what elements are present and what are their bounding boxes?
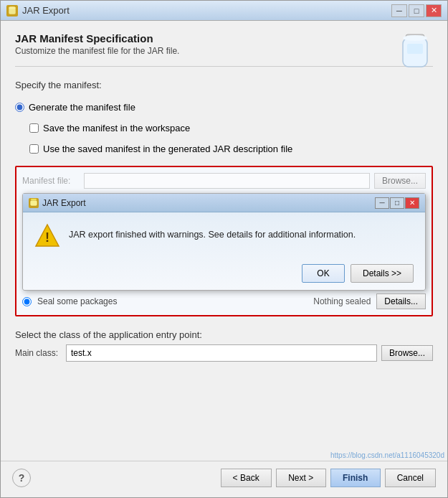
header-section: JAR Manifest Specification Customize the… (15, 32, 433, 56)
manifest-file-row: Manifest file: Browse... (22, 173, 426, 189)
inner-maximize-button[interactable]: □ (390, 197, 404, 209)
use-saved-checkbox[interactable] (29, 144, 39, 154)
main-class-browse-button[interactable]: Browse... (381, 345, 433, 361)
svg-rect-7 (31, 199, 37, 200)
details-button[interactable]: Details >> (351, 264, 414, 283)
manifest-section: Manifest file: Browse... JAR Export (15, 166, 433, 316)
svg-point-5 (403, 35, 427, 41)
inner-dialog-footer: OK Details >> (23, 258, 425, 290)
back-button[interactable]: < Back (221, 469, 272, 487)
main-class-section: Select the class of the application entr… (15, 329, 433, 362)
seal-row: Seal some packages Nothing sealed Detail… (22, 293, 426, 309)
main-class-input[interactable] (66, 344, 377, 362)
inner-dialog-title-left: JAR Export (29, 198, 86, 208)
jar-decoration-icon (397, 32, 433, 72)
close-button[interactable]: ✕ (426, 4, 442, 17)
dialog-message: JAR export finished with warnings. See d… (69, 229, 356, 242)
maximize-button[interactable]: □ (409, 4, 424, 17)
manifest-browse-button[interactable]: Browse... (374, 173, 426, 189)
save-manifest-checkbox[interactable] (29, 123, 39, 133)
page-subtitle: Customize the manifest file for the JAR … (15, 46, 433, 56)
minimize-button[interactable]: ─ (391, 4, 407, 17)
title-bar: JAR Export ─ □ ✕ (1, 1, 447, 21)
specify-label: Specify the manifest: (15, 80, 433, 90)
inner-dialog-titlebar: JAR Export ─ □ ✕ (23, 194, 425, 212)
inner-dialog-title: JAR Export (42, 198, 86, 208)
inner-dialog-controls: ─ □ ✕ (375, 197, 419, 209)
help-button[interactable]: ? (12, 469, 31, 487)
use-saved-label: Use the saved manifest in the generated … (43, 144, 292, 154)
seal-some-radio[interactable] (22, 297, 32, 306)
seal-some-label: Seal some packages (37, 296, 117, 306)
inner-dialog-body: ! JAR export finished with warnings. See… (23, 212, 425, 258)
inner-close-button[interactable]: ✕ (405, 197, 419, 209)
svg-point-2 (9, 6, 16, 9)
use-saved-option[interactable]: Use the saved manifest in the generated … (29, 144, 433, 154)
title-controls: ─ □ ✕ (391, 4, 442, 17)
svg-text:!: ! (45, 230, 49, 245)
header-divider (15, 66, 433, 67)
generate-manifest-radio[interactable] (15, 103, 24, 112)
footer-right: < Back Next > Finish Cancel (221, 469, 436, 487)
generate-manifest-option[interactable]: Generate the manifest file (15, 102, 433, 113)
manifest-file-label: Manifest file: (22, 176, 80, 186)
footer-left: ? (12, 469, 31, 487)
window-title: JAR Export (22, 5, 70, 16)
inner-dialog-icon (29, 198, 39, 208)
jar-title-icon (6, 5, 18, 17)
next-button[interactable]: Next > (276, 469, 326, 487)
warning-icon: ! (34, 222, 60, 248)
page-title: JAR Manifest Specification (15, 32, 433, 44)
main-class-description: Select the class of the application entr… (15, 329, 433, 340)
svg-rect-6 (407, 44, 423, 54)
main-class-label: Main class: (15, 348, 62, 358)
inner-minimize-button[interactable]: ─ (375, 197, 389, 209)
save-manifest-label: Save the manifest in the workspace (43, 123, 190, 133)
ok-button[interactable]: OK (302, 264, 345, 283)
cancel-button[interactable]: Cancel (385, 469, 436, 487)
manifest-file-input[interactable] (84, 173, 370, 189)
watermark-text: https://blog.csdn.net/a1116045320d (330, 451, 444, 459)
nothing-sealed-label: Nothing sealed (123, 296, 371, 306)
main-window: JAR Export ─ □ ✕ JAR Manifest Specificat… (0, 0, 448, 498)
main-class-row: Main class: Browse... (15, 344, 433, 362)
save-manifest-option[interactable]: Save the manifest in the workspace (29, 123, 433, 133)
seal-details-button[interactable]: Details... (376, 293, 426, 309)
generate-manifest-label: Generate the manifest file (29, 102, 135, 113)
inner-dialog: JAR Export ─ □ ✕ ! (22, 193, 426, 291)
finish-button[interactable]: Finish (330, 469, 381, 487)
footer: ? < Back Next > Finish Cancel (1, 461, 447, 497)
title-bar-left: JAR Export (6, 5, 70, 17)
content-area: JAR Manifest Specification Customize the… (1, 21, 447, 461)
svg-rect-8 (30, 200, 37, 206)
